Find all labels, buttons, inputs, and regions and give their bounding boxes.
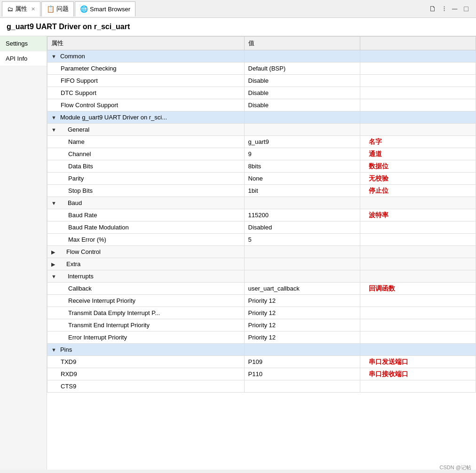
data-val[interactable]: Disabled <box>244 221 360 234</box>
table-row[interactable]: Flow Control Support Disable <box>48 99 476 111</box>
data-val[interactable]: P109 <box>244 356 360 368</box>
table-row[interactable]: Receive Interrupt Priority Priority 12 <box>48 295 476 307</box>
data-prop: CTS9 <box>48 380 245 393</box>
footer: CSDN @记帖 <box>440 464 471 471</box>
data-val[interactable]: 5 <box>244 234 360 246</box>
section-note <box>360 111 476 124</box>
table-row[interactable]: Parameter Checking Default (BSP) <box>48 63 476 75</box>
expand-icon[interactable]: ▼ <box>51 115 56 120</box>
table-row[interactable]: Transmit Data Empty Interrupt P... Prior… <box>48 307 476 319</box>
data-prop: Stop Bits <box>48 185 245 197</box>
tab-browser[interactable]: 🌐 Smart Browser <box>75 1 135 16</box>
data-val[interactable]: user_uart_callback <box>244 283 360 295</box>
browser-icon: 🌐 <box>80 5 88 13</box>
annotation: 数据位 <box>364 162 389 170</box>
data-val[interactable]: 8bits <box>244 160 360 173</box>
table-row[interactable]: ▶Extra <box>48 258 476 270</box>
data-note: 停止位 <box>360 185 476 197</box>
table-row[interactable]: RXD9 P110 串口接收端口 <box>48 368 476 380</box>
data-val[interactable]: 9 <box>244 148 360 160</box>
data-note <box>360 331 476 344</box>
toolbar-right: 🗋 ⁝ ─ □ <box>427 3 474 14</box>
table-row[interactable]: DTC Support Disable <box>48 87 476 99</box>
data-val[interactable]: Disable <box>244 99 360 111</box>
overflow-button[interactable]: ⁝ <box>441 3 447 14</box>
annotation: 回调函数 <box>364 284 395 292</box>
table-row[interactable]: Transmit End Interrupt Priority Priority… <box>48 319 476 331</box>
data-prop: Baud Rate Modulation <box>48 221 245 234</box>
page-title-bar: g_uart9 UART Driver on r_sci_uart <box>0 18 476 36</box>
table-row[interactable]: FIFO Support Disable <box>48 75 476 87</box>
table-row[interactable]: ▼Baud <box>48 197 476 209</box>
properties-table: 属性 值 ▼Common Parameter Checking Default … <box>47 36 476 393</box>
table-row[interactable]: ▶Flow Control <box>48 246 476 258</box>
data-val[interactable]: Priority 12 <box>244 295 360 307</box>
section-note <box>360 50 476 63</box>
annotation: 波特率 <box>364 211 389 219</box>
data-prop: Callback <box>48 283 245 295</box>
data-prop: Flow Control Support <box>48 99 245 111</box>
data-note: 串口发送端口 <box>360 356 476 368</box>
table-row[interactable]: Name g_uart9 名字 <box>48 136 476 148</box>
properties-icon: 🗂 <box>7 6 13 13</box>
table-row[interactable]: CTS9 <box>48 380 476 393</box>
sidebar-item-settings[interactable]: Settings <box>0 36 47 51</box>
expand-icon[interactable]: ▼ <box>51 200 56 206</box>
data-note <box>360 295 476 307</box>
expand-icon[interactable]: ▼ <box>51 274 56 279</box>
data-val[interactable]: g_uart9 <box>244 136 360 148</box>
tab-properties-close[interactable]: ✕ <box>31 6 35 12</box>
table-row[interactable]: TXD9 P109 串口发送端口 <box>48 356 476 368</box>
expand-icon[interactable]: ▼ <box>51 54 56 59</box>
annotation: 停止位 <box>364 187 389 194</box>
data-note: 数据位 <box>360 160 476 173</box>
data-val[interactable] <box>244 380 360 393</box>
new-window-button[interactable]: 🗋 <box>427 4 438 14</box>
table-row[interactable]: Baud Rate Modulation Disabled <box>48 221 476 234</box>
data-prop: FIFO Support <box>48 75 245 87</box>
expand-icon[interactable]: ▼ <box>51 347 56 353</box>
data-val[interactable]: Priority 12 <box>244 307 360 319</box>
data-val[interactable]: Priority 12 <box>244 331 360 344</box>
table-row[interactable]: ▼Interrupts <box>48 270 476 283</box>
expand-icon[interactable]: ▼ <box>51 127 56 133</box>
subsection-note <box>360 124 476 136</box>
table-row[interactable]: Max Error (%) 5 <box>48 234 476 246</box>
tab-properties[interactable]: 🗂 属性 ✕ <box>2 1 40 16</box>
tab-issues[interactable]: 📋 问题 <box>41 1 74 16</box>
table-row[interactable]: Data Bits 8bits 数据位 <box>48 160 476 173</box>
data-val[interactable]: Priority 12 <box>244 319 360 331</box>
data-val[interactable]: Disable <box>244 75 360 87</box>
table-row[interactable]: Parity None 无校验 <box>48 173 476 185</box>
expand-icon[interactable]: ▶ <box>51 249 55 255</box>
data-val[interactable]: Default (BSP) <box>244 63 360 75</box>
data-val[interactable]: None <box>244 173 360 185</box>
data-val[interactable]: 1bit <box>244 185 360 197</box>
page-title: g_uart9 UART Driver on r_sci_uart <box>7 23 130 31</box>
data-val[interactable]: 115200 <box>244 209 360 221</box>
footer-text: CSDN @记帖 <box>440 465 471 470</box>
table-row[interactable]: ▼Module g_uart9 UART Driver on r_sci... <box>48 111 476 124</box>
data-prop: DTC Support <box>48 87 245 99</box>
subsection-prop: ▶Extra <box>48 258 245 270</box>
data-note: 回调函数 <box>360 283 476 295</box>
data-val[interactable]: P110 <box>244 368 360 380</box>
col-header-val: 值 <box>244 37 360 50</box>
minimize-button[interactable]: ─ <box>450 4 459 14</box>
section-val <box>244 50 360 63</box>
table-row[interactable]: Callback user_uart_callback 回调函数 <box>48 283 476 295</box>
data-val[interactable]: Disable <box>244 87 360 99</box>
maximize-button[interactable]: □ <box>462 4 470 14</box>
table-row[interactable]: ▼Pins <box>48 344 476 356</box>
sidebar-item-api[interactable]: API Info <box>0 51 47 66</box>
data-note <box>360 63 476 75</box>
table-row[interactable]: Error Interrupt Priority Priority 12 <box>48 331 476 344</box>
table-row[interactable]: ▼General <box>48 124 476 136</box>
table-row[interactable]: Channel 9 通道 <box>48 148 476 160</box>
table-row[interactable]: Stop Bits 1bit 停止位 <box>48 185 476 197</box>
tab-browser-label: Smart Browser <box>90 6 130 13</box>
table-row[interactable]: ▼Common <box>48 50 476 63</box>
subsection-val <box>244 197 360 209</box>
expand-icon[interactable]: ▶ <box>51 261 55 267</box>
table-row[interactable]: Baud Rate 115200 波特率 <box>48 209 476 221</box>
